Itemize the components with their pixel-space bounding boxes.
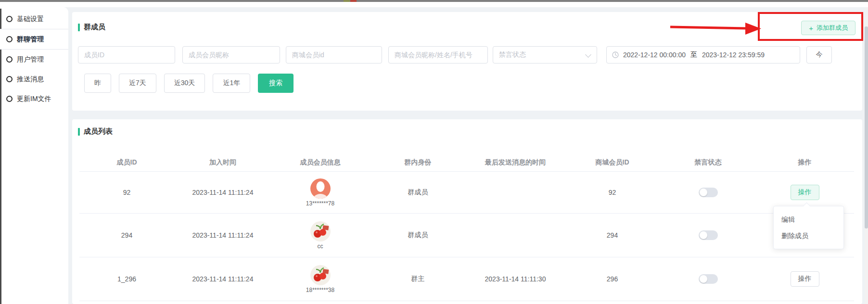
member-avatar	[310, 221, 331, 241]
cell-join-time: 2023-11-14 11:11:24	[174, 214, 271, 257]
last-7-days-button[interactable]: 近7天	[119, 74, 156, 93]
sidebar-item-label: 基础设置	[17, 15, 44, 24]
last-30-days-button[interactable]: 近30天	[164, 74, 205, 93]
cell-mall-member-id: 92	[564, 172, 661, 214]
green-bar-icon	[78, 24, 80, 31]
mute-toggle[interactable]	[699, 274, 718, 284]
filter-row: 禁言状态 2022-12-12 00:00:00 至 2023-12-12 23…	[78, 46, 832, 63]
cell-join-time: 2023-11-14 11:11:24	[174, 257, 271, 301]
circle-icon	[6, 96, 13, 102]
sidebar-item-label: 用户管理	[17, 55, 44, 64]
sidebar-item-basic-settings[interactable]: 基础设置	[0, 9, 68, 29]
circle-icon	[6, 76, 13, 82]
sidebar-nav: 基础设置 群聊管理 用户管理 推送消息 更新IM文件	[0, 7, 68, 109]
table-row: 294 2023-11-14 11:11:24 cc 群成员 29	[79, 214, 854, 257]
cell-group-role: 群成员	[369, 214, 467, 257]
member-list-card: 成员列表 成员ID 加入时间 成员会员信息 群内身份 最后发送消息的时间 商城会…	[72, 119, 862, 304]
col-join-time: 加入时间	[174, 154, 271, 172]
sidebar: 基础设置 群聊管理 用户管理 推送消息 更新IM文件	[0, 7, 68, 304]
cell-group-role: 群主	[369, 257, 467, 301]
sidebar-item-label: 群聊管理	[17, 35, 44, 44]
cell-last-message-time	[467, 214, 564, 257]
cherries-icon	[310, 265, 331, 285]
group-chat-admin-screen: 基础设置 群聊管理 用户管理 推送消息 更新IM文件 群成员	[0, 0, 868, 304]
group-members-card: 群成员 + 添加群成员 禁言状态 2022-12-12 00:00:00 至 2…	[72, 12, 862, 111]
member-avatar	[310, 265, 331, 285]
sidebar-item-user-management[interactable]: 用户管理	[0, 50, 68, 69]
member-nickname-input[interactable]	[182, 46, 280, 63]
cell-mall-member-id: 294	[564, 214, 661, 257]
toggle-knob	[700, 275, 707, 283]
col-member-id: 成员ID	[79, 154, 174, 172]
table-row: 92 2023-11-14 11:11:24 13*******78 群成员	[79, 172, 854, 214]
clock-icon	[612, 51, 619, 58]
cell-member-id: 294	[79, 214, 174, 257]
sidebar-item-push-messages[interactable]: 推送消息	[0, 69, 68, 89]
sidebar-item-label: 推送消息	[17, 75, 44, 84]
browser-chip-olive	[344, 0, 350, 2]
cell-member-info: cc	[271, 214, 369, 257]
quick-date-buttons: 昨 近7天 近30天 近1年 搜索	[84, 74, 294, 93]
member-id-input[interactable]	[78, 46, 175, 63]
member-name: 13*******78	[306, 200, 334, 207]
last-1-year-button[interactable]: 近1年	[213, 74, 250, 93]
mall-member-info-input[interactable]	[388, 46, 488, 63]
cell-mute-status	[661, 214, 755, 257]
cell-member-info: 18*******38	[271, 257, 369, 301]
cell-mall-member-id: 296	[564, 257, 661, 301]
yesterday-button[interactable]: 昨	[84, 74, 111, 93]
chevron-down-icon	[585, 51, 591, 58]
row-action-button[interactable]: 操作	[791, 271, 819, 287]
green-bar-icon	[78, 128, 80, 136]
dropdown-item-delete-member[interactable]: 删除成员	[774, 228, 843, 244]
person-icon	[310, 178, 331, 199]
plus-icon: +	[809, 25, 813, 32]
section-title-group-members: 群成员	[72, 12, 862, 32]
add-group-member-button[interactable]: + 添加群成员	[801, 21, 855, 35]
mute-toggle[interactable]	[699, 230, 718, 240]
date-range-picker[interactable]: 2022-12-12 00:00:00 至 2023-12-12 23:59:5…	[606, 46, 800, 63]
browser-top-edge	[0, 0, 868, 2]
section-title-member-list: 成员列表	[72, 119, 862, 136]
sidebar-item-label: 更新IM文件	[17, 95, 51, 103]
sidebar-item-group-chat-management[interactable]: 群聊管理	[0, 29, 68, 50]
cherries-icon	[310, 221, 331, 241]
col-group-role: 群内身份	[369, 154, 467, 172]
circle-icon	[6, 56, 13, 63]
mute-status-placeholder: 禁言状态	[499, 51, 526, 59]
cell-member-id: 1_296	[79, 257, 174, 301]
row-action-button[interactable]: 操作	[791, 185, 819, 200]
cell-group-role: 群成员	[369, 172, 467, 214]
top-white-strip	[0, 2, 868, 7]
mute-toggle[interactable]	[699, 188, 718, 197]
cell-mute-status	[661, 172, 755, 214]
cell-member-info: 13*******78	[271, 172, 369, 214]
member-name: cc	[318, 243, 323, 250]
dropdown-item-edit[interactable]: 编辑	[774, 211, 843, 228]
cell-member-id: 92	[79, 172, 174, 214]
search-button[interactable]: 搜索	[258, 74, 294, 93]
scrollbar-thumb[interactable]	[865, 26, 868, 228]
col-last-message-time: 最后发送消息的时间	[467, 154, 564, 172]
mall-member-id-input[interactable]	[286, 46, 382, 63]
table-row: 1_296 2023-11-14 11:11:24 18*******38 群主…	[79, 257, 854, 301]
section-title-text: 群成员	[84, 23, 105, 32]
mute-status-select[interactable]: 禁言状态	[493, 46, 597, 63]
col-actions: 操作	[755, 154, 854, 172]
today-button[interactable]: 今	[806, 46, 832, 63]
cell-last-message-time	[467, 172, 564, 214]
section-title-text: 成员列表	[84, 127, 113, 136]
add-group-member-label: 添加群成员	[817, 24, 848, 32]
date-separator: 至	[690, 51, 697, 59]
col-mall-member-id: 商城会员ID	[564, 154, 661, 172]
cell-last-message-time: 2023-11-14 11:11:30	[467, 257, 564, 301]
cell-actions: 操作	[755, 257, 854, 301]
toggle-knob	[700, 231, 707, 239]
scrollbar-track[interactable]	[865, 7, 868, 304]
col-mute-status: 禁言状态	[661, 154, 755, 172]
date-end-value: 2023-12-12 23:59:59	[702, 51, 765, 59]
member-name: 18*******38	[306, 287, 334, 293]
member-avatar	[310, 178, 331, 199]
sidebar-item-update-im-files[interactable]: 更新IM文件	[0, 89, 68, 109]
col-member-info: 成员会员信息	[271, 154, 369, 172]
